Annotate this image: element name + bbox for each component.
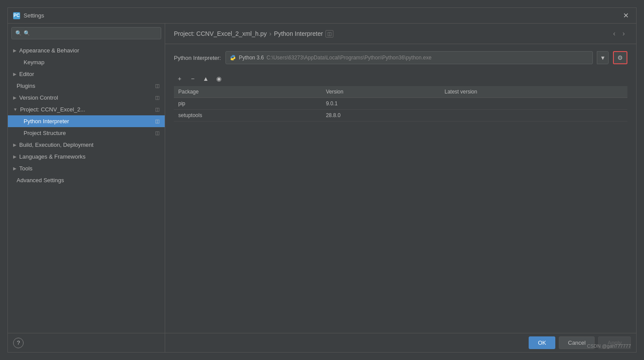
interpreter-section: Python Interpreter: Python 3.6 C:\Users\… xyxy=(165,44,636,71)
col-latest: Latest version xyxy=(440,86,628,98)
sidebar-item-advanced[interactable]: Advanced Settings xyxy=(8,174,165,186)
table-row[interactable]: setuptools 28.8.0 xyxy=(174,110,627,121)
sidebar-item-label: Python Interpreter xyxy=(24,118,69,125)
package-version: 9.0.1 xyxy=(322,98,440,110)
sidebar: 🔍 ▶ Appearance & Behavior Keymap ▶ Edito… xyxy=(8,24,165,352)
sidebar-bottom-bar: ? xyxy=(8,333,165,352)
expand-arrow-icon: ▶ xyxy=(13,166,17,171)
expand-arrow-icon: ▼ xyxy=(13,107,17,112)
python-logo-icon xyxy=(229,54,236,61)
sidebar-item-python-interpreter[interactable]: Python Interpreter ◫ xyxy=(8,115,165,127)
search-box[interactable]: 🔍 xyxy=(11,27,161,39)
pin-icon: ◫ xyxy=(155,107,159,112)
sidebar-item-label: Advanced Settings xyxy=(17,177,64,183)
sidebar-item-label: Project: CCNV_Excel_2... xyxy=(20,106,85,113)
breadcrumb-page: Python Interpreter xyxy=(274,30,323,37)
interpreter-selector[interactable]: Python 3.6 C:\Users\63273\AppData\Local\… xyxy=(225,51,593,64)
interpreter-dropdown-button[interactable]: ▼ xyxy=(597,51,609,64)
sidebar-item-label: Keymap xyxy=(24,59,45,66)
sidebar-item-appearance[interactable]: ▶ Appearance & Behavior xyxy=(8,45,165,56)
back-button[interactable]: ‹ xyxy=(610,29,618,38)
col-package: Package xyxy=(174,86,322,98)
expand-arrow-icon: ▶ xyxy=(13,95,17,100)
show-button[interactable]: ◉ xyxy=(213,73,225,84)
sidebar-item-project-structure[interactable]: Project Structure ◫ xyxy=(8,127,165,139)
packages-toolbar: + − ▲ ◉ xyxy=(165,71,636,86)
sidebar-item-keymap[interactable]: Keymap xyxy=(8,56,165,68)
expand-arrow-icon: ▶ xyxy=(13,154,17,159)
table-row[interactable]: pip 9.0.1 xyxy=(174,98,627,110)
search-icon: 🔍 xyxy=(15,30,22,36)
package-version: 28.8.0 xyxy=(322,110,440,121)
sidebar-item-languages[interactable]: ▶ Languages & Frameworks xyxy=(8,151,165,163)
interpreter-path: C:\Users\63273\AppData\Local\Programs\Py… xyxy=(267,55,432,61)
remove-package-button[interactable]: − xyxy=(187,73,198,84)
sidebar-item-label: Editor xyxy=(19,71,34,77)
pin-icon: ◫ xyxy=(155,118,159,124)
pin-icon: ◫ xyxy=(155,130,159,136)
sidebar-item-label: Version Control xyxy=(19,94,58,101)
interpreter-label: Python Interpreter: xyxy=(174,55,221,61)
expand-arrow-icon: ▶ xyxy=(13,48,17,53)
sidebar-item-build[interactable]: ▶ Build, Execution, Deployment xyxy=(8,139,165,151)
interpreter-settings-button[interactable]: ⚙ xyxy=(613,51,627,64)
breadcrumb-project: Project: CCNV_Excel_2_xml_h.py xyxy=(174,30,267,37)
up-button[interactable]: ▲ xyxy=(200,73,211,84)
sidebar-item-label: Build, Execution, Deployment xyxy=(19,142,93,148)
pin-breadcrumb-icon: ◫ xyxy=(325,30,333,38)
sidebar-item-project[interactable]: ▼ Project: CCNV_Excel_2... ◫ xyxy=(8,104,165,115)
packages-table: Package Version Latest version pip 9.0.1 xyxy=(165,86,636,333)
title-bar: PC Settings ✕ xyxy=(8,8,636,24)
nav-list: ▶ Appearance & Behavior Keymap ▶ Editor … xyxy=(8,43,165,333)
interpreter-version: Python 3.6 xyxy=(239,55,264,61)
sidebar-item-tools[interactable]: ▶ Tools xyxy=(8,163,165,174)
ok-button[interactable]: OK xyxy=(529,336,555,349)
main-panel: Project: CCNV_Excel_2_xml_h.py › Python … xyxy=(165,24,636,352)
expand-arrow-icon: ▶ xyxy=(13,72,17,76)
breadcrumb-separator: › xyxy=(269,30,271,37)
pin-icon: ◫ xyxy=(155,95,159,100)
package-name: pip xyxy=(174,98,322,110)
breadcrumb: Project: CCNV_Excel_2_xml_h.py › Python … xyxy=(174,30,333,38)
help-button[interactable]: ? xyxy=(13,338,24,348)
nav-arrows: ‹ › xyxy=(610,29,627,38)
main-bottom-bar: OK Cancel Apply xyxy=(165,333,636,352)
sidebar-item-version-control[interactable]: ▶ Version Control ◫ xyxy=(8,92,165,104)
main-header: Project: CCNV_Excel_2_xml_h.py › Python … xyxy=(165,24,636,44)
expand-arrow-icon: ▶ xyxy=(13,142,17,147)
package-latest xyxy=(440,110,628,121)
table-header-row: Package Version Latest version xyxy=(174,86,627,98)
sidebar-item-plugins[interactable]: Plugins ◫ xyxy=(8,80,165,92)
dialog-title: Settings xyxy=(24,12,44,19)
watermark: CSDN @gan777777 xyxy=(587,343,631,349)
add-package-button[interactable]: + xyxy=(174,73,185,84)
packages-data-table: Package Version Latest version pip 9.0.1 xyxy=(174,86,627,121)
pin-icon: ◫ xyxy=(155,83,159,89)
settings-dialog: PC Settings ✕ 🔍 ▶ Appearance & Behavior … xyxy=(7,7,637,353)
close-button[interactable]: ✕ xyxy=(620,10,631,21)
sidebar-item-label: Tools xyxy=(19,165,32,172)
sidebar-item-editor[interactable]: ▶ Editor xyxy=(8,68,165,80)
sidebar-item-label: Appearance & Behavior xyxy=(19,47,79,54)
main-content: 🔍 ▶ Appearance & Behavior Keymap ▶ Edito… xyxy=(8,24,636,352)
sidebar-item-label: Project Structure xyxy=(24,130,66,136)
app-icon: PC xyxy=(13,12,20,19)
search-input[interactable] xyxy=(24,30,157,36)
sidebar-item-label: Languages & Frameworks xyxy=(19,153,86,160)
package-name: setuptools xyxy=(174,110,322,121)
col-version: Version xyxy=(322,86,440,98)
sidebar-item-label: Plugins xyxy=(17,83,35,89)
forward-button[interactable]: › xyxy=(620,29,627,38)
package-latest xyxy=(440,98,628,110)
